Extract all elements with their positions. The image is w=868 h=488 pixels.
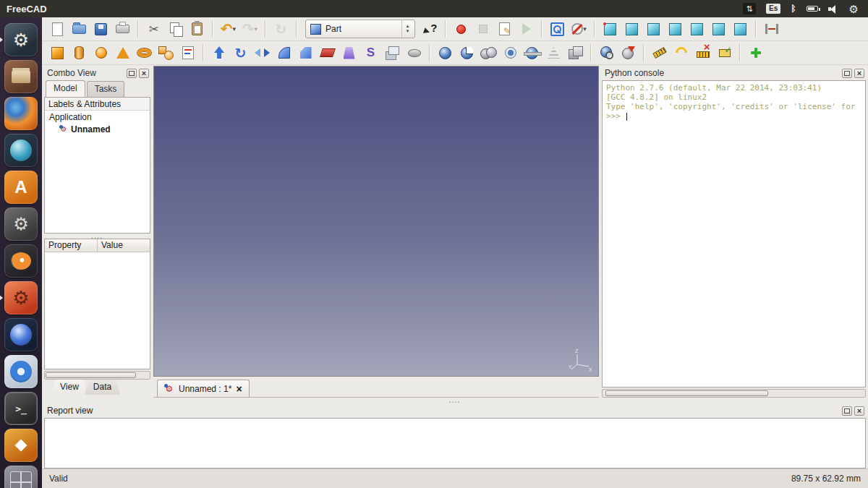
part-extrude-icon[interactable]: [208, 43, 229, 63]
launcher-workspace-switcher[interactable]: [4, 466, 38, 488]
part-check-geometry-icon[interactable]: [596, 43, 617, 63]
macro-stop-icon[interactable]: [472, 19, 493, 39]
part-cone-icon[interactable]: [112, 43, 133, 63]
fit-all-icon[interactable]: [547, 19, 568, 39]
close-tab-icon[interactable]: [236, 384, 242, 394]
part-mirror-icon[interactable]: [252, 43, 273, 63]
close-panel-icon[interactable]: [854, 406, 864, 416]
close-panel-icon[interactable]: [139, 69, 149, 78]
print-icon[interactable]: [112, 19, 133, 39]
property-column-header[interactable]: Property: [45, 239, 98, 252]
launcher-gear-app[interactable]: [4, 281, 38, 314]
launcher-freecad[interactable]: [4, 23, 38, 56]
bottom-view-icon[interactable]: [708, 19, 729, 39]
part-fillet-icon[interactable]: [273, 43, 294, 63]
report-view-output[interactable]: [44, 418, 866, 468]
combo-hscrollbar[interactable]: [44, 371, 150, 380]
part-boolean-icon[interactable]: [435, 43, 456, 63]
part-common-icon[interactable]: [500, 43, 521, 63]
right-view-icon[interactable]: [665, 19, 686, 39]
part-shape-builder-icon[interactable]: [177, 43, 198, 63]
part-box-icon[interactable]: [47, 43, 68, 63]
tree-item-application[interactable]: Application: [45, 111, 150, 123]
part-cylinder-icon[interactable]: [69, 43, 90, 63]
macro-play-icon[interactable]: [516, 19, 537, 39]
part-thickness-icon[interactable]: [404, 43, 425, 63]
part-offset-icon[interactable]: [382, 43, 403, 63]
undo-icon[interactable]: ▾: [218, 19, 239, 39]
measure-angular-icon[interactable]: [671, 43, 692, 63]
launcher-terminal[interactable]: [4, 392, 38, 425]
tab-view[interactable]: View: [51, 380, 88, 395]
launcher-blender[interactable]: [4, 244, 38, 278]
workbench-spinner-icon[interactable]: [401, 20, 413, 38]
part-union-icon[interactable]: [478, 43, 499, 63]
part-sweep-icon[interactable]: [360, 43, 381, 63]
cut-icon[interactable]: [143, 19, 164, 39]
close-panel-icon[interactable]: [854, 69, 864, 78]
part-revolve-icon[interactable]: [230, 43, 251, 63]
launcher-system-settings[interactable]: [4, 207, 38, 241]
part-section-icon[interactable]: [522, 43, 542, 63]
launcher-web-app[interactable]: [4, 134, 38, 167]
workbench-selector[interactable]: Part: [305, 20, 415, 38]
save-icon[interactable]: [90, 19, 111, 39]
part-defeaturing-icon[interactable]: [618, 43, 639, 63]
measure-clear-all-icon[interactable]: [692, 43, 713, 63]
part-ruled-surface-icon[interactable]: [317, 43, 338, 63]
part-cut-icon[interactable]: [456, 43, 477, 63]
python-console-output[interactable]: Python 2.7.6 (default, Mar 22 2014, 23:0…: [602, 80, 866, 388]
rear-view-icon[interactable]: [686, 19, 707, 39]
session-gear-icon[interactable]: [849, 4, 859, 14]
launcher-files[interactable]: [4, 60, 38, 93]
battery-icon[interactable]: [807, 6, 818, 12]
tab-model[interactable]: Model: [46, 80, 85, 97]
part-compound-icon[interactable]: [565, 43, 586, 63]
scrollbar-thumb[interactable]: [605, 390, 768, 396]
part-cross-sections-icon[interactable]: [543, 43, 564, 63]
dropdown-arrow-icon[interactable]: ▾: [255, 25, 258, 33]
python-console-hscrollbar[interactable]: [602, 389, 866, 398]
axonometric-view-icon[interactable]: [600, 19, 621, 39]
float-panel-icon[interactable]: [127, 69, 137, 78]
measure-toggle-all-icon[interactable]: [714, 43, 735, 63]
volume-icon[interactable]: [828, 4, 839, 14]
bluetooth-icon[interactable]: [791, 4, 796, 13]
tree-item-unnamed[interactable]: Unnamed: [45, 123, 150, 135]
updown-arrows-icon[interactable]: [743, 3, 756, 14]
launcher-firefox[interactable]: [4, 97, 38, 130]
measure-distance-icon[interactable]: [761, 19, 782, 39]
new-file-icon[interactable]: [47, 19, 68, 39]
tree-column-header[interactable]: Labels & Attributes: [45, 98, 150, 111]
front-view-icon[interactable]: [621, 19, 642, 39]
tab-tasks[interactable]: Tasks: [87, 81, 125, 97]
float-panel-icon[interactable]: [842, 406, 852, 416]
whats-this-icon[interactable]: [420, 19, 441, 39]
copy-icon[interactable]: [165, 19, 186, 39]
horizontal-splitter[interactable]: [42, 398, 868, 403]
combo-splitter[interactable]: [44, 234, 150, 239]
value-column-header[interactable]: Value: [98, 239, 150, 252]
tab-data[interactable]: Data: [85, 380, 120, 395]
launcher-updater[interactable]: [4, 429, 38, 462]
property-table-body[interactable]: [45, 252, 150, 369]
model-tree[interactable]: Labels & Attributes Application Unnamed: [44, 97, 150, 234]
launcher-blue-app[interactable]: [4, 318, 38, 351]
scrollbar-thumb[interactable]: [46, 372, 136, 378]
document-tab[interactable]: Unnamed : 1*: [157, 380, 250, 397]
launcher-software-center[interactable]: [4, 171, 38, 204]
3d-viewport[interactable]: Z Y X: [153, 66, 599, 377]
float-panel-icon[interactable]: [842, 69, 852, 78]
open-file-icon[interactable]: [69, 19, 90, 39]
dropdown-arrow-icon[interactable]: ▾: [583, 25, 587, 33]
part-torus-icon[interactable]: [134, 43, 155, 63]
part-primitives-icon[interactable]: [156, 43, 176, 63]
keyboard-layout-indicator[interactable]: Es: [766, 4, 780, 14]
macro-edit-icon[interactable]: [494, 19, 515, 39]
paste-icon[interactable]: [187, 19, 208, 39]
redo-icon[interactable]: ▾: [239, 19, 260, 39]
part-loft-icon[interactable]: [339, 43, 359, 63]
add-item-icon[interactable]: [745, 43, 766, 63]
measure-linear-icon[interactable]: [649, 43, 670, 63]
part-sphere-icon[interactable]: [90, 43, 111, 63]
